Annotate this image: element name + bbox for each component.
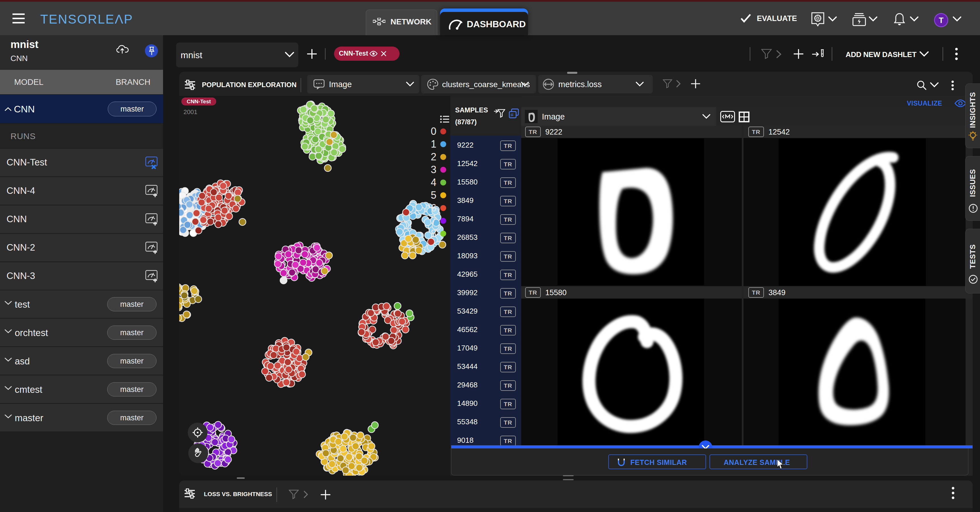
svg-text:3: 3 xyxy=(431,164,436,175)
svg-text:4: 4 xyxy=(431,177,436,188)
svg-text:1: 1 xyxy=(431,138,436,150)
svg-text:5: 5 xyxy=(431,189,436,201)
svg-text:8: 8 xyxy=(431,228,436,239)
svg-text:0: 0 xyxy=(431,126,436,137)
svg-text:7: 7 xyxy=(431,215,436,226)
svg-text:2: 2 xyxy=(431,151,436,163)
svg-text:6: 6 xyxy=(431,202,436,214)
